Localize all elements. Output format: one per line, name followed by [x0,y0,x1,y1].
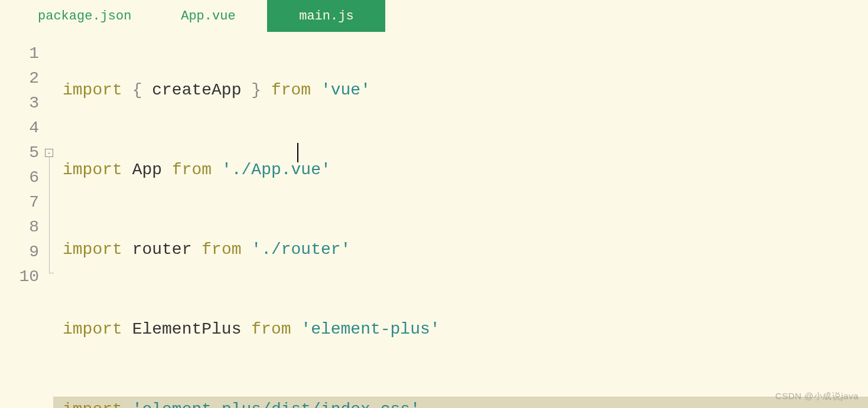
keyword-from: from [271,81,311,99]
string-literal: ./App.vue [232,161,321,179]
line-number: 9 [0,240,39,265]
string-literal: element-plus/dist/index.css [142,400,410,408]
fold-gutter: - [45,41,58,408]
line-number: 3 [0,91,39,116]
keyword-from: from [251,320,291,338]
keyword-import: import [63,81,122,99]
code-line-active[interactable]: import 'element-plus/dist/index.css' [53,397,868,408]
line-number: 2 [0,66,39,91]
line-number: 8 [0,215,39,240]
keyword-from: from [201,240,241,259]
keyword-import: import [63,320,122,338]
keyword-import: import [63,161,122,179]
line-number: 5 [0,141,39,165]
string-literal: vue [331,81,360,99]
fold-guide-end [49,273,54,273]
line-number: 4 [0,116,39,141]
line-number: 10 [0,265,39,289]
tab-bar: package.json App.vue main.js [0,0,868,32]
string-literal: ./router [261,240,340,259]
keyword-import: import [63,400,122,408]
line-number-gutter: 1 2 3 4 5 6 7 8 9 10 [0,41,45,408]
line-number: 6 [0,165,39,190]
tab-main-js[interactable]: main.js [267,0,385,32]
keyword-from: from [172,161,212,179]
fold-toggle-icon[interactable]: - [45,149,53,157]
code-line[interactable]: import router from './router' [58,237,868,262]
code-line[interactable]: import ElementPlus from 'element-plus' [58,317,868,342]
tab-app-vue[interactable]: App.vue [149,0,267,32]
fold-guide [49,157,50,273]
code-line[interactable]: import { createApp } from 'vue' [58,78,868,103]
keyword-import: import [63,240,122,259]
code-area[interactable]: import { createApp } from 'vue' import A… [58,41,868,408]
string-literal: element-plus [311,320,430,338]
line-number: 7 [0,190,39,215]
text-caret [297,143,298,162]
code-line[interactable]: import App from './App.vue' [58,158,868,182]
watermark: CSDN @小成说java [775,391,859,402]
line-number: 1 [0,41,39,66]
tab-package-json[interactable]: package.json [20,0,149,32]
code-editor[interactable]: 1 2 3 4 5 6 7 8 9 10 - import { createAp… [0,32,868,408]
